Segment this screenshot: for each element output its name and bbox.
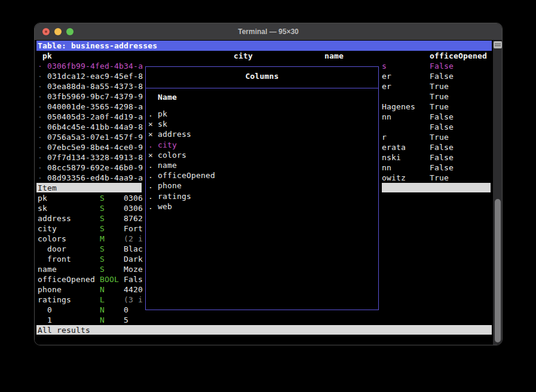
column-visibility-marker-icon: . bbox=[148, 170, 153, 180]
column-visibility-marker-icon: × bbox=[148, 129, 153, 139]
column-header-city: city bbox=[234, 51, 253, 61]
column-name-label: city bbox=[158, 140, 177, 150]
column-name-label: ratings bbox=[158, 191, 191, 201]
cell-office-opened: False bbox=[430, 152, 454, 163]
cell-pk: 03ea88da-8a55-4373-8 bbox=[47, 81, 143, 91]
attribute-name: colors bbox=[38, 234, 66, 244]
attribute-value: 0306 bbox=[124, 203, 143, 213]
attribute-name: 0 bbox=[47, 305, 52, 315]
attribute-name: door bbox=[47, 244, 66, 254]
attribute-value: (3 i bbox=[124, 295, 143, 305]
column-name-label: officeOpened bbox=[158, 170, 215, 180]
attribute-type: BOOL bbox=[100, 274, 119, 284]
columns-modal-item[interactable]: ×address bbox=[146, 129, 378, 139]
cell-pk: 0306fb99-4fed-4b34-a bbox=[47, 61, 143, 71]
window-title: Terminal — 95×30 bbox=[35, 23, 502, 40]
columns-modal-item[interactable]: .ratings bbox=[146, 191, 378, 201]
row-bullet-icon: · bbox=[38, 132, 42, 142]
columns-modal-item[interactable]: ×sk bbox=[146, 119, 378, 129]
status-bar: All results bbox=[36, 325, 492, 335]
cell-office-opened: False bbox=[430, 71, 454, 81]
desktop: Terminal — 95×30 Table: business-address… bbox=[0, 0, 536, 392]
table-title: Table: business-addresses bbox=[38, 41, 157, 50]
attribute-name: address bbox=[38, 213, 71, 223]
columns-modal-item[interactable]: .pk bbox=[146, 109, 378, 119]
row-bullet-icon: · bbox=[38, 91, 42, 102]
column-visibility-marker-icon: × bbox=[148, 150, 153, 160]
attribute-type: S bbox=[100, 213, 105, 223]
cell-pk: 07f7d134-3328-4913-8 bbox=[47, 152, 143, 163]
attribute-type: L bbox=[100, 295, 105, 305]
attribute-type: S bbox=[100, 203, 105, 213]
cell-office-opened: True bbox=[430, 173, 449, 183]
attribute-name: sk bbox=[38, 203, 47, 213]
scrollbar-thumb[interactable] bbox=[495, 199, 501, 342]
attribute-name: ratings bbox=[38, 295, 71, 305]
column-header-officeopened: officeOpened bbox=[430, 51, 487, 61]
row-bullet-icon: · bbox=[38, 173, 42, 183]
attribute-type: S bbox=[100, 223, 105, 234]
attribute-name: pk bbox=[38, 193, 47, 203]
column-name-label: colors bbox=[158, 150, 186, 160]
attribute-name: officeOpened bbox=[38, 274, 95, 284]
cell-name-fragment: r bbox=[382, 132, 387, 142]
cell-name-fragment: owitz bbox=[382, 173, 406, 183]
item-panel-header-label: Item bbox=[38, 183, 57, 192]
cell-office-opened: False bbox=[430, 142, 454, 152]
cell-pk: 0756a5a3-07e1-457f-9 bbox=[47, 132, 143, 142]
cell-office-opened: False bbox=[430, 61, 454, 71]
column-visibility-marker-icon: × bbox=[148, 119, 153, 129]
attribute-type: S bbox=[100, 244, 105, 254]
columns-modal-item[interactable]: .phone bbox=[146, 180, 378, 191]
cell-pk: 03fb5969-9bc7-4379-9 bbox=[47, 91, 143, 102]
column-name-label: web bbox=[158, 201, 172, 212]
attribute-value: 0306 bbox=[124, 193, 143, 203]
cell-office-opened: False bbox=[430, 122, 454, 132]
column-name-label: phone bbox=[158, 180, 182, 191]
attribute-value: Blac bbox=[124, 244, 143, 254]
attribute-name: front bbox=[47, 254, 71, 264]
column-header-name: name bbox=[324, 51, 344, 61]
cell-pk: 08cc5879-692e-46b0-9 bbox=[47, 163, 143, 173]
attribute-type: N bbox=[100, 305, 105, 315]
column-visibility-marker-icon: . bbox=[148, 109, 153, 119]
columns-modal-item[interactable]: .web bbox=[146, 201, 378, 212]
cell-pk: 07ebc5e9-8be4-4ce0-9 bbox=[47, 142, 143, 152]
zoom-button[interactable] bbox=[66, 28, 73, 35]
item-attribute-row[interactable]: 1N5 bbox=[35, 315, 178, 325]
columns-modal-item[interactable]: .city bbox=[146, 140, 378, 150]
cell-name-fragment: erata bbox=[382, 142, 406, 152]
cell-office-opened: True bbox=[430, 132, 449, 142]
title-bar[interactable]: Terminal — 95×30 bbox=[35, 23, 502, 40]
columns-modal-item[interactable]: .officeOpened bbox=[146, 170, 378, 180]
cell-office-opened: True bbox=[430, 91, 449, 102]
cell-name-fragment: nn bbox=[382, 163, 391, 173]
column-visibility-marker-icon: . bbox=[148, 201, 153, 212]
scrollbar-marker-icon bbox=[494, 41, 502, 48]
columns-modal-item[interactable]: ×colors bbox=[146, 150, 378, 160]
cell-office-opened: True bbox=[430, 81, 449, 91]
item-panel-header-right-segment bbox=[382, 183, 491, 192]
cell-office-opened: False bbox=[430, 112, 454, 122]
columns-modal-column-header: Name bbox=[158, 92, 177, 102]
attribute-value: 5 bbox=[124, 315, 128, 325]
column-name-label: pk bbox=[158, 109, 167, 119]
columns-modal-item[interactable]: .name bbox=[146, 160, 378, 170]
row-bullet-icon: · bbox=[38, 152, 42, 163]
scrollbar-track[interactable] bbox=[493, 41, 503, 345]
row-bullet-icon: · bbox=[38, 142, 42, 152]
cell-pk: 08d93356-ed4b-4aa9-a bbox=[47, 173, 143, 183]
cell-pk: 031dca12-eac9-45ef-8 bbox=[47, 71, 143, 81]
minimize-button[interactable] bbox=[54, 28, 62, 35]
attribute-type: N bbox=[100, 284, 105, 295]
attribute-value: Fort bbox=[124, 223, 143, 234]
attribute-name: name bbox=[38, 264, 57, 274]
attribute-name: 1 bbox=[47, 315, 52, 325]
cell-name-fragment: s bbox=[382, 61, 387, 71]
attribute-value: 8762 bbox=[124, 213, 143, 223]
column-visibility-marker-icon: . bbox=[148, 160, 153, 170]
column-name-label: name bbox=[158, 160, 177, 170]
cell-name-fragment: er bbox=[382, 81, 391, 91]
close-button[interactable] bbox=[42, 28, 50, 35]
columns-modal-divider bbox=[146, 88, 378, 88]
